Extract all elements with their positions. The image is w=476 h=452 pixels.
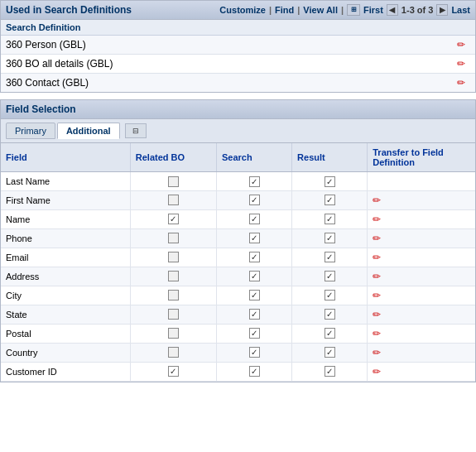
view-all-link[interactable]: View All <box>303 5 338 15</box>
related-bo-checkbox-0[interactable] <box>168 176 179 187</box>
search-checkbox-5[interactable] <box>249 271 260 281</box>
search-checkbox-8[interactable] <box>249 328 260 339</box>
result-checkbox-6[interactable] <box>325 290 335 301</box>
search-5[interactable] <box>216 267 291 286</box>
transfer-7[interactable] <box>368 305 475 324</box>
related-bo-8[interactable] <box>130 324 216 343</box>
edit-icon-3[interactable] <box>457 77 470 89</box>
search-checkbox-4[interactable] <box>249 252 260 262</box>
transfer-edit-icon-1[interactable] <box>373 195 386 206</box>
result-3[interactable] <box>292 228 368 248</box>
last-link[interactable]: Last <box>451 5 470 15</box>
search-checkbox-3[interactable] <box>249 233 260 243</box>
search-checkbox-9[interactable] <box>249 347 260 358</box>
result-9[interactable] <box>292 343 368 362</box>
result-checkbox-0[interactable] <box>325 176 335 187</box>
related-bo-5[interactable] <box>130 267 216 286</box>
related-bo-3[interactable] <box>130 228 216 248</box>
transfer-edit-icon-5[interactable] <box>373 271 386 282</box>
related-bo-checkbox-4[interactable] <box>168 252 179 262</box>
related-bo-checkbox-2[interactable] <box>168 214 179 224</box>
tab-primary[interactable]: Primary <box>6 123 55 139</box>
result-checkbox-7[interactable] <box>325 309 335 320</box>
transfer-1[interactable] <box>368 190 475 209</box>
tab-additional[interactable]: Additional <box>57 123 120 139</box>
related-bo-checkbox-1[interactable] <box>168 195 179 205</box>
export-icon[interactable]: ⊞ <box>347 4 360 16</box>
search-checkbox-1[interactable] <box>249 195 260 205</box>
prev-arrow[interactable]: ◀ <box>387 4 398 16</box>
result-checkbox-8[interactable] <box>325 328 335 339</box>
transfer-10[interactable] <box>368 362 475 381</box>
transfer-edit-icon-8[interactable] <box>373 328 386 339</box>
result-4[interactable] <box>292 248 368 267</box>
result-0[interactable] <box>292 172 368 191</box>
transfer-edit-icon-7[interactable] <box>373 309 386 320</box>
result-10[interactable] <box>292 362 368 381</box>
result-checkbox-2[interactable] <box>325 214 335 224</box>
result-1[interactable] <box>292 190 368 209</box>
related-bo-7[interactable] <box>130 305 216 324</box>
transfer-edit-icon-10[interactable] <box>373 366 386 377</box>
customize-link[interactable]: Customize <box>219 5 266 15</box>
transfer-6[interactable] <box>368 286 475 305</box>
search-2[interactable] <box>216 209 291 228</box>
result-checkbox-3[interactable] <box>325 233 335 243</box>
search-3[interactable] <box>216 228 291 248</box>
next-arrow[interactable]: ▶ <box>436 4 448 16</box>
result-2[interactable] <box>292 209 368 228</box>
related-bo-2[interactable] <box>130 209 216 228</box>
search-9[interactable] <box>216 343 291 362</box>
edit-icon-2[interactable] <box>457 58 470 70</box>
search-checkbox-6[interactable] <box>249 290 260 301</box>
find-link[interactable]: Find <box>275 5 294 15</box>
related-bo-checkbox-5[interactable] <box>168 271 179 281</box>
result-8[interactable] <box>292 324 368 343</box>
related-bo-checkbox-3[interactable] <box>168 233 179 243</box>
search-checkbox-7[interactable] <box>249 309 260 320</box>
search-6[interactable] <box>216 286 291 305</box>
result-5[interactable] <box>292 267 368 286</box>
edit-icon-1[interactable] <box>457 39 470 50</box>
related-bo-checkbox-10[interactable] <box>168 366 179 377</box>
search-4[interactable] <box>216 248 291 267</box>
first-link[interactable]: First <box>363 5 383 15</box>
transfer-2[interactable] <box>368 209 475 228</box>
related-bo-checkbox-6[interactable] <box>168 290 179 301</box>
result-checkbox-9[interactable] <box>325 347 335 358</box>
search-checkbox-10[interactable] <box>249 366 260 377</box>
related-bo-1[interactable] <box>130 190 216 209</box>
transfer-8[interactable] <box>368 324 475 343</box>
related-bo-0[interactable] <box>130 172 216 191</box>
search-8[interactable] <box>216 324 291 343</box>
tab-settings-icon[interactable]: ⊟ <box>125 123 147 138</box>
result-7[interactable] <box>292 305 368 324</box>
search-0[interactable] <box>216 172 291 191</box>
related-bo-6[interactable] <box>130 286 216 305</box>
search-checkbox-0[interactable] <box>249 176 260 187</box>
result-checkbox-5[interactable] <box>325 271 335 281</box>
transfer-4[interactable] <box>368 248 475 267</box>
related-bo-10[interactable] <box>130 362 216 381</box>
transfer-5[interactable] <box>368 267 475 286</box>
related-bo-checkbox-9[interactable] <box>168 347 179 358</box>
related-bo-9[interactable] <box>130 343 216 362</box>
transfer-edit-icon-3[interactable] <box>373 233 386 244</box>
search-7[interactable] <box>216 305 291 324</box>
result-6[interactable] <box>292 286 368 305</box>
related-bo-checkbox-8[interactable] <box>168 328 179 339</box>
related-bo-4[interactable] <box>130 248 216 267</box>
result-checkbox-4[interactable] <box>325 252 335 262</box>
search-10[interactable] <box>216 362 291 381</box>
related-bo-checkbox-7[interactable] <box>168 309 179 320</box>
transfer-edit-icon-9[interactable] <box>373 347 386 358</box>
result-checkbox-1[interactable] <box>325 195 335 205</box>
transfer-edit-icon-6[interactable] <box>373 290 386 301</box>
search-1[interactable] <box>216 190 291 209</box>
transfer-3[interactable] <box>368 228 475 248</box>
transfer-edit-icon-2[interactable] <box>373 214 386 225</box>
transfer-edit-icon-4[interactable] <box>373 252 386 263</box>
search-checkbox-2[interactable] <box>249 214 260 224</box>
result-checkbox-10[interactable] <box>325 366 335 377</box>
transfer-9[interactable] <box>368 343 475 362</box>
